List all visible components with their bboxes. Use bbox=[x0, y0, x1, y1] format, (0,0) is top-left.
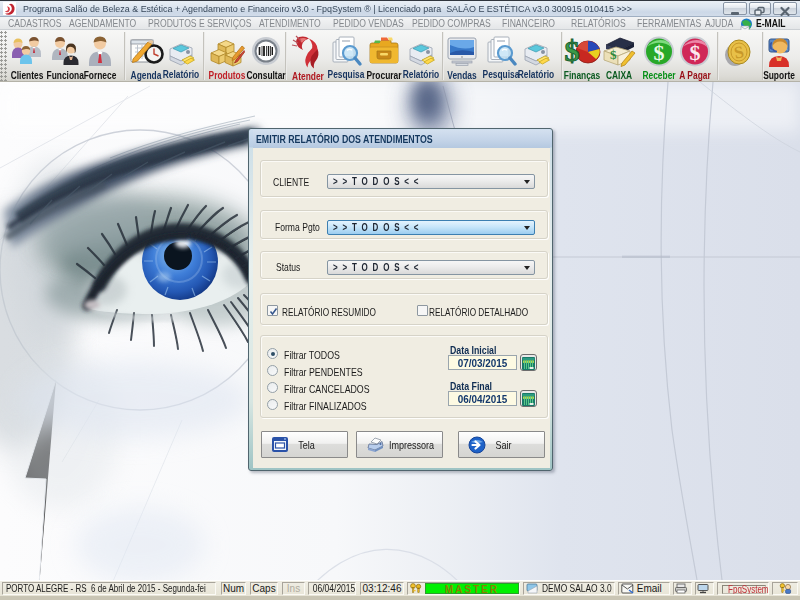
svg-text:$: $ bbox=[565, 35, 580, 67]
svg-text:$: $ bbox=[610, 47, 617, 62]
svg-text:$: $ bbox=[654, 40, 665, 65]
svg-text:$: $ bbox=[690, 40, 701, 65]
